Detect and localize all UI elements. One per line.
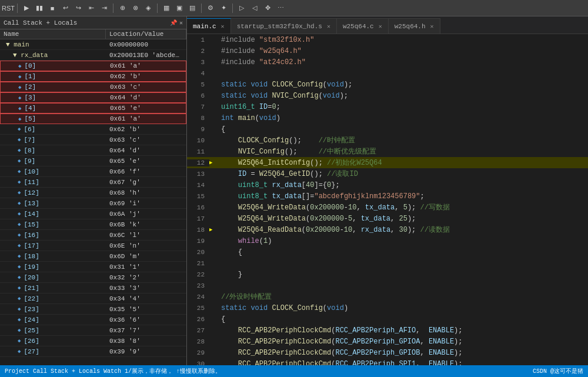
toolbar-btn-1[interactable]: ▶	[21, 2, 32, 14]
toolbar-btn-4[interactable]: ↩	[59, 2, 71, 14]
table-row[interactable]: ◆[0]0x61 'a'	[0, 61, 186, 71]
name-cell: ◆[7]	[0, 136, 106, 144]
table-row[interactable]: ◆[24]0x36 '6'	[0, 315, 186, 325]
name-cell: ◆[14]	[0, 210, 106, 218]
toolbar-btn-10[interactable]: ◈	[142, 2, 154, 14]
name-cell: ◆[26]	[0, 337, 106, 345]
toolbar-btn-3[interactable]: ■	[46, 2, 58, 14]
table-row[interactable]: ◆[6]0x62 'b'	[0, 124, 186, 135]
toolbar-btn-15[interactable]: ✦	[218, 2, 229, 14]
table-row[interactable]: ◆[20]0x32 '2'	[0, 272, 186, 283]
table-row[interactable]: ◆[8]0x64 'd'	[0, 145, 186, 156]
table-row[interactable]: ◆[23]0x35 '5'	[0, 304, 186, 315]
name-cell: ◆[24]	[0, 316, 106, 324]
name-cell: ◆[21]	[0, 284, 106, 292]
name-cell: ◆[9]	[0, 157, 106, 165]
line-content: W25Q64_InitConfig(); //初始化W25Q64	[216, 158, 588, 168]
table-row[interactable]: ◆[22]0x34 '4'	[0, 293, 186, 304]
code-area[interactable]: 1#include "stm32f10x.h"2#include "w25q64…	[187, 34, 588, 365]
toolbar-btn-2[interactable]: ▮▮	[34, 2, 45, 14]
var-name: ▼ main	[6, 41, 29, 48]
var-name: [14]	[24, 211, 39, 218]
toolbar-btn-6[interactable]: ⇤	[85, 2, 97, 14]
panel-pin-icon[interactable]: 📌	[170, 19, 177, 26]
diamond-icon: ◆	[18, 221, 21, 228]
table-row[interactable]: ◆[3]0x64 'd'	[0, 92, 186, 103]
table-row[interactable]: ◆[19]0x31 '1'	[0, 262, 186, 272]
var-name: [8]	[24, 147, 35, 154]
table-row[interactable]: ◆[2]0x63 'c'	[0, 82, 186, 92]
toolbar-btn-14[interactable]: ⚙	[205, 2, 216, 14]
toolbar-btn-17[interactable]: ◁	[249, 2, 260, 14]
panel-title: Call Stack + Locals	[4, 19, 77, 26]
tab-w25q64-c[interactable]: w25q64.c✕	[337, 18, 389, 34]
line-content: CLOCK_Config(); //时钟配置	[216, 135, 588, 145]
tab-close-icon[interactable]: ✕	[430, 23, 434, 30]
table-row[interactable]: ◆[27]0x39 '9'	[0, 346, 186, 357]
name-cell: ◆[4]	[1, 104, 106, 112]
toolbar-btn-19[interactable]: ⋯	[275, 2, 286, 14]
code-line: 5static void CLOCK_Config(void);	[187, 79, 588, 90]
table-row[interactable]: ◆[15]0x6B 'k'	[0, 219, 186, 230]
line-number: 1	[187, 36, 209, 44]
code-line: 9{	[187, 124, 588, 135]
code-line: 27 RCC_APB2PeriphClockCmd(RCC_APB2Periph…	[187, 325, 588, 336]
code-line: 7uint16_t ID=0;	[187, 101, 588, 112]
table-row[interactable]: ◆[11]0x67 'g'	[0, 177, 186, 188]
toolbar-btn-13[interactable]: ▤	[186, 2, 198, 14]
tab-close-icon[interactable]: ✕	[327, 23, 330, 30]
var-value: 0x200013E0 'abcdeab...	[106, 51, 186, 59]
table-row[interactable]: ◆[4]0x65 'e'	[0, 103, 186, 114]
tab-startup_stm32f10x_hd-s[interactable]: startup_stm32f10x_hd.s✕	[231, 18, 337, 34]
table-row[interactable]: ◆[18]0x6D 'm'	[0, 251, 186, 262]
col-name: Name	[0, 29, 106, 39]
table-row[interactable]: ◆[13]0x69 'i'	[0, 198, 186, 209]
diamond-icon: ◆	[18, 285, 21, 291]
toolbar-rst-btn[interactable]: RST	[2, 2, 14, 14]
line-number: 3	[187, 59, 209, 66]
tab-close-icon[interactable]: ✕	[379, 23, 382, 30]
panel-close-icon[interactable]: ✕	[179, 19, 183, 26]
line-number: 27	[187, 327, 209, 334]
toolbar-btn-11[interactable]: ▦	[161, 2, 172, 14]
code-line: 29 RCC_APB2PeriphClockCmd(RCC_APB2Periph…	[187, 347, 588, 358]
tab-close-icon[interactable]: ✕	[221, 23, 225, 30]
table-row[interactable]: ◆[12]0x68 'h'	[0, 188, 186, 198]
toolbar-btn-18[interactable]: ✥	[262, 2, 273, 14]
tab-w25q64-h[interactable]: w25q64.h✕	[389, 18, 440, 34]
line-content: uint16_t ID=0;	[216, 103, 588, 111]
var-value: 0x68 'h'	[106, 189, 186, 197]
table-row[interactable]: ◆[25]0x37 '7'	[0, 325, 186, 336]
toolbar-btn-7[interactable]: ⇥	[98, 2, 110, 14]
table-row[interactable]: ◆[10]0x66 'f'	[0, 166, 186, 177]
table-row[interactable]: ◆[21]0x33 '3'	[0, 283, 186, 293]
table-row[interactable]: ▼ main0x00000000	[0, 39, 186, 50]
var-value: 0x6C 'l'	[106, 231, 186, 239]
table-row[interactable]: ◆[17]0x6E 'n'	[0, 241, 186, 251]
table-row[interactable]: ◆[5]0x61 'a'	[0, 114, 186, 124]
line-number: 17	[187, 215, 209, 222]
var-name: [6]	[24, 126, 35, 133]
table-row[interactable]: ◆[14]0x6A 'j'	[0, 209, 186, 219]
code-line: 13 ID = W25Q64_GetID(); //读取ID	[187, 168, 588, 179]
toolbar-btn-16[interactable]: ▷	[236, 2, 248, 14]
var-value: 0x35 '5'	[106, 305, 186, 313]
toolbar-btn-9[interactable]: ⊗	[129, 2, 141, 14]
table-row[interactable]: ◆[7]0x63 'c'	[0, 135, 186, 145]
table-row[interactable]: ▼ rx_data0x200013E0 'abcdeab...	[0, 50, 186, 61]
table-row[interactable]: ◆[16]0x6C 'l'	[0, 230, 186, 241]
tab-main-c[interactable]: main.c✕	[187, 18, 231, 34]
table-row[interactable]: ◆[9]0x65 'e'	[0, 156, 186, 166]
toolbar-btn-12[interactable]: ▣	[173, 2, 185, 14]
table-row[interactable]: ◆[1]0x62 'b'	[0, 71, 186, 82]
line-number: 19	[187, 238, 209, 245]
table-row[interactable]: ◆[26]0x38 '8'	[0, 336, 186, 346]
code-line: 22 }	[187, 269, 588, 280]
line-number: 22	[187, 271, 209, 278]
code-line: 15 uint8_t tx_data[]="abcdefghijklnm1234…	[187, 191, 588, 202]
toolbar-btn-8[interactable]: ⊕	[116, 2, 128, 14]
name-cell: ▼ rx_data	[0, 51, 106, 59]
diamond-icon: ◆	[18, 211, 21, 217]
toolbar-btn-5[interactable]: ↪	[72, 2, 84, 14]
line-content: static void CLOCK_Config(void)	[216, 304, 588, 312]
